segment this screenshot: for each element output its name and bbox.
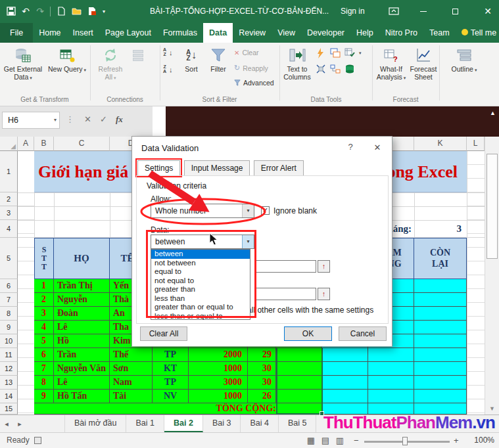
row-header-13[interactable]: 13 (0, 376, 18, 390)
open-folder-button[interactable] (70, 5, 83, 17)
sheet-cell[interactable]: NV (153, 390, 189, 403)
sheet-cell[interactable] (414, 390, 467, 403)
dropdown-option-not-between[interactable]: not between (151, 259, 250, 268)
sheet-cell[interactable]: 1 (34, 279, 54, 293)
sheet-cell[interactable] (414, 334, 467, 348)
tab-review[interactable]: Review (233, 23, 272, 43)
tab-team[interactable]: Team (423, 23, 456, 43)
sign-in-button[interactable]: Sign in (341, 7, 365, 16)
undo-button[interactable]: ↶ (20, 5, 32, 17)
zoom-in-button[interactable]: + (454, 436, 459, 445)
zoom-slider-thumb[interactable] (402, 437, 408, 445)
sheet-nav-right-button[interactable]: ▸ (13, 415, 26, 432)
export-doc-button[interactable] (85, 5, 99, 17)
text-to-columns-button[interactable]: Text to Columns (281, 45, 313, 94)
dropdown-option-less-than[interactable]: less than (151, 294, 250, 303)
ok-button[interactable]: OK (284, 326, 332, 341)
sheet-cell[interactable]: 9 (34, 390, 54, 403)
row-header-5[interactable]: 5 (0, 238, 18, 279)
sheet-cell[interactable]: Nam (110, 376, 153, 390)
dialog-tab-input-message[interactable]: Input Message (184, 160, 250, 175)
month-value-cell[interactable]: 3 (414, 220, 462, 238)
sort-descending-button[interactable]: ZA↓ (163, 65, 173, 74)
tab-help[interactable]: Help (350, 23, 379, 43)
data-dropdown[interactable]: between ▾ (151, 235, 254, 249)
dropdown-option-greater-equal[interactable]: greater than or equal to (151, 303, 250, 312)
sheet-cell[interactable] (322, 390, 368, 403)
dropdown-arrow-icon[interactable]: ▾ (242, 235, 254, 248)
sheet-cell[interactable] (322, 362, 368, 376)
row-header-3[interactable]: 3 (0, 206, 18, 220)
dropdown-option-less-equal[interactable]: less than or equal to (151, 312, 250, 321)
row-header-2[interactable]: 2 (0, 192, 18, 206)
row-header-4[interactable]: 4 (0, 220, 18, 238)
sheet-cell[interactable] (322, 348, 368, 362)
dialog-tab-settings[interactable]: Settings (137, 160, 180, 175)
quick-access-caret[interactable]: ▾ (100, 5, 108, 17)
select-all-corner[interactable]: ◢ (0, 137, 18, 151)
ribbon-display-options-button[interactable] (387, 5, 401, 17)
sheet-cell[interactable] (414, 376, 467, 390)
scroll-up-icon[interactable]: ▲ (490, 110, 496, 116)
sheet-cell[interactable] (276, 348, 322, 362)
cancel-button[interactable]: Cancel (339, 326, 387, 341)
col-header-b[interactable]: B (34, 137, 54, 151)
sheet-cell[interactable]: Nguyễn (54, 293, 110, 307)
col-header-k[interactable]: K (414, 137, 467, 151)
new-query-button[interactable]: New Query▾ (46, 45, 88, 94)
sheet-cell[interactable] (414, 307, 467, 321)
cancel-icon[interactable]: ✕ (84, 114, 91, 124)
dropdown-arrow-icon[interactable]: ▾ (242, 204, 254, 217)
sheet-nav-left-button[interactable]: ◂ (0, 415, 13, 432)
sheet-cell[interactable]: Lê (54, 321, 110, 334)
flash-fill-icon[interactable] (316, 48, 326, 58)
tell-me-box[interactable]: Tell me (456, 23, 499, 43)
row-header-9[interactable]: 9 (0, 321, 18, 334)
sheet-cell[interactable] (276, 362, 322, 376)
sheet-cell[interactable]: TP (153, 376, 189, 390)
sort-button[interactable]: AZ↓ Sort (179, 45, 204, 94)
close-button[interactable]: ✕ (480, 5, 496, 17)
row-header-15[interactable]: 15 (0, 403, 18, 414)
sheet-cell[interactable]: Nguyễn Văn (54, 362, 110, 376)
header-stt[interactable]: STT (34, 238, 54, 279)
sheet-cell[interactable] (322, 376, 368, 390)
advanced-filter-button[interactable]: Advanced (234, 79, 274, 87)
row-header-1[interactable]: 1 (0, 151, 18, 192)
row-header-7[interactable]: 7 (0, 293, 18, 307)
dialog-tab-error-alert[interactable]: Error Alert (254, 160, 304, 175)
zoom-level[interactable]: 100% (468, 436, 494, 445)
sheet-cell[interactable]: 7 (34, 362, 54, 376)
get-external-data-button[interactable]: Get External Data▾ (1, 45, 45, 94)
sheet-cell[interactable]: Tài (110, 390, 153, 403)
sheet-cell[interactable] (414, 279, 467, 293)
tab-home[interactable]: Home (33, 23, 66, 43)
sheet-cell[interactable] (276, 376, 322, 390)
tab-developer[interactable]: Developer (301, 23, 350, 43)
tab-insert[interactable]: Insert (67, 23, 99, 43)
col-header-c[interactable]: C (54, 137, 110, 151)
sheet-cell[interactable]: 29 (248, 348, 276, 362)
name-box[interactable]: H6▾ (2, 112, 60, 129)
total-cell[interactable]: TỔNG CỘNG: (34, 403, 322, 414)
outline-button[interactable]: Outline▾ (446, 45, 483, 94)
sheet-cell[interactable] (368, 376, 414, 390)
row-header-10[interactable]: 10 (0, 334, 18, 348)
sheet-cell[interactable]: Trần Thị (54, 279, 110, 293)
sheet-cell[interactable]: TP (153, 348, 189, 362)
allow-dropdown[interactable]: Whole number ▾ (151, 204, 254, 218)
sheet-cell[interactable]: Trần (54, 348, 110, 362)
page-break-view-button[interactable]: ▥ (333, 435, 346, 447)
save-button[interactable] (5, 5, 17, 17)
scrollbar-thumb[interactable] (487, 154, 498, 259)
sheet-cell[interactable] (414, 362, 467, 376)
tab-page-layout[interactable]: Page Layout (99, 23, 157, 43)
scroll-down-icon[interactable]: ▼ (489, 405, 495, 412)
row-header-12[interactable]: 12 (0, 362, 18, 376)
row-header-11[interactable]: 11 (0, 348, 18, 362)
sheet-tab-bai-4[interactable]: Bai 4 (241, 415, 279, 432)
sheet-tab-bai-3[interactable]: Bai 3 (203, 415, 241, 432)
dialog-close-button[interactable]: ✕ (368, 141, 387, 155)
sheet-cell[interactable]: 2 (34, 293, 54, 307)
sheet-cell[interactable]: 3 (34, 307, 54, 321)
